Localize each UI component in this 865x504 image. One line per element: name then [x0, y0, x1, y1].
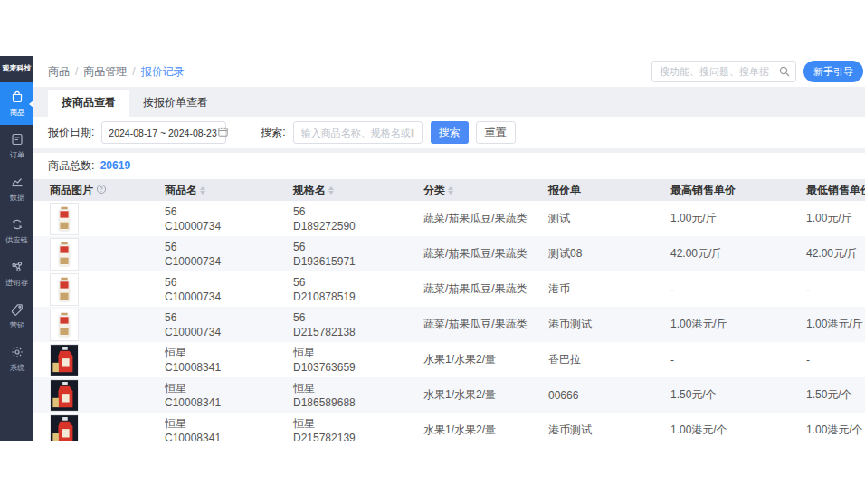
min-price-cell: 1.50元/个	[803, 387, 865, 403]
tab-by-product[interactable]: 按商品查看	[48, 90, 129, 117]
tab-by-quote-sheet[interactable]: 按报价单查看	[129, 90, 222, 117]
min-price-cell: -	[803, 283, 865, 296]
max-price-cell: 42.00元/斤	[667, 246, 803, 262]
product-image[interactable]	[50, 344, 79, 376]
col-min-price: 最低销售单价	[803, 183, 865, 198]
products-table: 商品图片 商品名	[33, 179, 865, 441]
table-row: 56C10000734 56D210878519 蔬菜/茄果瓜豆/果蔬类 港币 …	[33, 271, 865, 307]
table-row: 56C10000734 56D215782138 蔬菜/茄果瓜豆/果蔬类 港币测…	[33, 307, 865, 342]
max-price-cell: 1.00港元/个	[667, 423, 803, 438]
product-image-cell	[33, 414, 161, 442]
sidebar-item-orders[interactable]: 订单	[0, 125, 33, 167]
sidebar-item-data[interactable]: 数据	[0, 167, 33, 210]
reset-button[interactable]: 重置	[476, 121, 516, 144]
calendar-icon	[217, 126, 229, 139]
brand-logo: 观麦科技	[0, 56, 33, 82]
spec-name-cell: 56D193615971	[290, 240, 420, 269]
max-price-cell: 1.00元/斤	[667, 211, 803, 226]
product-image-cell	[33, 273, 161, 306]
product-image-cell	[33, 203, 161, 235]
bottle-product-photo	[54, 205, 74, 233]
sidebar-item-system[interactable]: 系统	[0, 338, 33, 380]
search-button[interactable]: 搜索	[431, 121, 469, 144]
table-row: 恒星C10008341 恒星D103763659 水果1/水果2/量 香巴拉 -…	[33, 342, 865, 377]
topbar-right: 新手引导	[651, 61, 865, 82]
help-circle-icon[interactable]	[96, 184, 107, 197]
supply-arrows-icon	[10, 217, 24, 232]
product-image-cell	[33, 379, 161, 412]
keyword-input[interactable]	[293, 121, 423, 144]
product-name-cell: 56C10000734	[161, 204, 290, 233]
col-spec-name[interactable]: 规格名	[290, 183, 420, 198]
min-price-cell: 1.00港元/斤	[803, 317, 865, 332]
category-cell: 水果1/水果2/量	[420, 387, 545, 403]
product-name-cell: 恒星C10008341	[161, 416, 290, 442]
global-search-box[interactable]	[651, 61, 796, 82]
product-total-label: 商品总数:	[48, 159, 94, 172]
spec-name-cell: 恒星D215782139	[290, 416, 420, 442]
breadcrumb-item[interactable]: 商品管理	[83, 64, 127, 80]
red-jug-product-photo	[51, 380, 78, 411]
global-search-input[interactable]	[660, 66, 774, 77]
date-filter-label: 报价日期:	[48, 125, 94, 140]
keyword-filter-label: 搜索:	[261, 125, 285, 140]
table-row: 恒星C10008341 恒星D215782139 水果1/水果2/量 港币测试 …	[33, 413, 865, 441]
table-card: 商品总数: 20619 商品图片	[33, 153, 865, 441]
product-image[interactable]	[50, 309, 79, 341]
sidebar-item-label: 数据	[9, 193, 24, 204]
table-body: 56C10000734 56D189272590 蔬菜/茄果瓜豆/果蔬类 测试 …	[33, 201, 865, 441]
sort-icon[interactable]	[200, 186, 205, 195]
line-chart-icon	[10, 175, 24, 189]
product-image[interactable]	[50, 273, 79, 306]
bottle-product-photo	[54, 241, 74, 268]
quote-sheet-cell: 测试08	[545, 246, 667, 262]
product-image[interactable]	[50, 379, 79, 412]
date-range-value: 2024-08-17 ~ 2024-08-23	[109, 128, 216, 138]
product-name-cell: 恒星C10008341	[161, 381, 290, 410]
min-price-cell: -	[803, 354, 865, 366]
product-image-cell	[33, 309, 161, 341]
sidebar-item-inventory[interactable]: 进销存	[0, 252, 33, 295]
sidebar-item-label: 订单	[9, 150, 24, 161]
gear-icon	[10, 345, 24, 359]
spec-name-cell: 恒星D186589688	[290, 381, 420, 410]
breadcrumb-current: 报价记录	[141, 64, 185, 80]
spec-name-cell: 56D189272590	[290, 204, 420, 233]
sidebar-item-goods[interactable]: 商品	[0, 82, 33, 125]
breadcrumb-item[interactable]: 商品	[48, 64, 70, 80]
sidebar-item-label: 进销存	[5, 278, 28, 289]
product-image[interactable]	[50, 414, 79, 442]
col-product-name[interactable]: 商品名	[161, 183, 290, 198]
sidebar-item-marketing[interactable]: 营销	[0, 295, 33, 338]
bottle-product-photo	[54, 276, 74, 303]
col-product-image: 商品图片	[33, 183, 161, 198]
bag-icon	[10, 90, 24, 104]
view-tabs: 按商品查看 按报价单查看	[33, 87, 865, 117]
spec-name-cell: 56D210878519	[290, 275, 420, 304]
quote-sheet-cell: 测试	[545, 211, 667, 226]
date-range-picker[interactable]: 2024-08-17 ~ 2024-08-23	[101, 121, 226, 144]
col-category[interactable]: 分类	[420, 183, 545, 198]
sort-icon[interactable]	[328, 186, 334, 195]
breadcrumb-separator: /	[132, 65, 135, 78]
sidebar-item-label: 商品	[9, 108, 24, 119]
breadcrumb: 商品 / 商品管理 / 报价记录	[48, 64, 185, 80]
category-cell: 蔬菜/茄果瓜豆/果蔬类	[420, 211, 545, 226]
product-image[interactable]	[50, 238, 79, 271]
product-name-cell: 56C10000734	[161, 310, 290, 339]
product-image[interactable]	[50, 203, 79, 235]
col-max-price: 最高销售单价	[667, 183, 803, 198]
min-price-cell: 1.00元/斤	[803, 211, 865, 226]
quote-sheet-cell: 港币	[545, 281, 667, 297]
topbar: 商品 / 商品管理 / 报价记录 新手引导	[33, 56, 865, 87]
search-icon[interactable]	[778, 65, 791, 81]
table-header-row: 商品图片 商品名	[33, 179, 865, 201]
sidebar-item-supply-chain[interactable]: 供应链	[0, 210, 33, 252]
table-row: 恒星C10008341 恒星D186589688 水果1/水果2/量 00666…	[33, 377, 865, 413]
newbie-guide-button[interactable]: 新手引导	[803, 61, 863, 82]
inventory-nodes-icon	[10, 260, 24, 274]
min-price-cell: 1.00港元/个	[803, 423, 865, 438]
max-price-cell: 1.00港元/斤	[667, 317, 803, 332]
sort-icon[interactable]	[448, 186, 453, 195]
category-cell: 水果1/水果2/量	[420, 423, 545, 438]
